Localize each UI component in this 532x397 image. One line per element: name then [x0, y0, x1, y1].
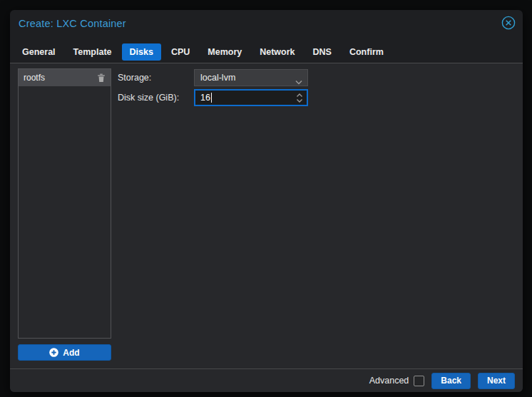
storage-selected-value: local-lvm — [195, 73, 307, 83]
advanced-toggle[interactable]: Advanced — [369, 376, 425, 386]
tab-confirm[interactable]: Confirm — [342, 43, 392, 61]
number-spinner[interactable] — [296, 91, 303, 104]
tab-cpu[interactable]: CPU — [163, 43, 198, 61]
disk-list-panel: rootfs — [18, 68, 111, 339]
dialog-title: Create: LXC Container — [19, 18, 126, 29]
dialog-footer: Advanced Back Next — [10, 368, 523, 392]
plus-circle-icon — [49, 348, 58, 357]
tab-disks[interactable]: Disks — [122, 43, 161, 61]
tab-dns[interactable]: DNS — [305, 43, 339, 61]
back-button[interactable]: Back — [431, 373, 471, 389]
disk-size-input[interactable]: 16 — [194, 89, 308, 106]
advanced-checkbox[interactable] — [414, 376, 424, 386]
chevron-down-icon — [296, 98, 303, 103]
trash-icon — [97, 73, 106, 83]
storage-select[interactable]: local-lvm — [194, 69, 308, 86]
chevron-down-icon[interactable] — [295, 76, 303, 88]
tab-template[interactable]: Template — [66, 43, 120, 61]
disk-size-value: 16 — [195, 93, 210, 103]
storage-row: Storage: local-lvm — [118, 69, 308, 86]
tab-general[interactable]: General — [14, 43, 63, 61]
close-button[interactable] — [500, 16, 517, 33]
dialog-titlebar: Create: LXC Container — [10, 10, 523, 38]
text-caret — [211, 93, 212, 103]
disks-tab-content: rootfs Add Stora — [10, 63, 523, 368]
next-button[interactable]: Next — [478, 373, 515, 389]
disk-list-item-rootfs[interactable]: rootfs — [19, 69, 111, 86]
tab-memory[interactable]: Memory — [200, 43, 250, 61]
disk-size-label: Disk size (GiB): — [118, 93, 194, 103]
disk-item-label: rootfs — [24, 73, 97, 83]
delete-disk-button[interactable] — [97, 73, 106, 83]
storage-label: Storage: — [118, 73, 194, 83]
wizard-tabbar: General Template Disks CPU Memory Networ… — [14, 41, 518, 63]
disk-size-row: Disk size (GiB): 16 — [118, 89, 308, 106]
close-icon — [501, 15, 516, 33]
add-disk-button[interactable]: Add — [18, 344, 111, 361]
create-lxc-container-dialog: Create: LXC Container General Template D… — [10, 10, 523, 392]
advanced-label: Advanced — [369, 376, 409, 386]
chevron-up-icon — [296, 93, 303, 98]
add-button-label: Add — [63, 348, 79, 358]
tab-network[interactable]: Network — [252, 43, 302, 61]
